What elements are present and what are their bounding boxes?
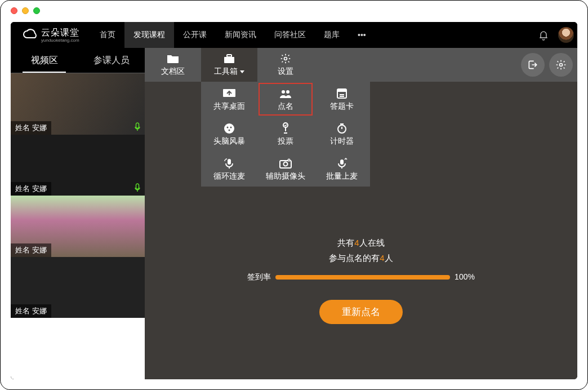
tab-video-area[interactable]: 视频区 bbox=[11, 48, 78, 73]
screen-share-icon bbox=[222, 87, 236, 100]
mic-loop-icon bbox=[224, 157, 235, 170]
svg-point-3 bbox=[560, 64, 563, 67]
gear-icon bbox=[555, 59, 567, 70]
main-toolbar: 文档区 工具箱 设置 bbox=[145, 48, 577, 82]
chevron-down-icon bbox=[240, 70, 244, 73]
video-name-tag: 姓名 安娜 bbox=[11, 243, 51, 257]
signin-rate-label: 签到率 bbox=[247, 270, 271, 284]
app-window: 云朵课堂 yunduoketang.com 首页 发现课程 公开课 新闻资讯 问… bbox=[0, 0, 588, 390]
svg-point-6 bbox=[286, 90, 289, 94]
avatar-image bbox=[558, 27, 574, 43]
exit-button[interactable] bbox=[521, 53, 545, 77]
toolbox-icon bbox=[223, 53, 235, 64]
vote-icon bbox=[280, 122, 291, 135]
nav-home[interactable]: 首页 bbox=[91, 22, 124, 48]
svg-point-10 bbox=[227, 126, 229, 128]
toolbar-toolbox-label: 工具箱 bbox=[214, 67, 244, 77]
brand-logo[interactable]: 云朵课堂 yunduoketang.com bbox=[11, 27, 91, 43]
close-dot[interactable] bbox=[11, 7, 17, 14]
bell-icon bbox=[538, 29, 549, 41]
participate-count: 4 bbox=[380, 253, 384, 263]
svg-rect-19 bbox=[340, 159, 344, 165]
side-tabs: 视频区 参课人员 bbox=[11, 48, 145, 73]
svg-rect-15 bbox=[228, 159, 231, 165]
tool-loop-mic[interactable]: 循环连麦 bbox=[201, 152, 257, 187]
top-nav: 云朵课堂 yunduoketang.com 首页 发现课程 公开课 新闻资讯 问… bbox=[11, 22, 577, 48]
settings-round-button[interactable] bbox=[549, 53, 573, 77]
rollcall-status: 共有4人在线 参与点名的有4人 签到率 100% 重新点名 bbox=[145, 235, 577, 324]
video-tile[interactable]: 姓名 安娜 bbox=[11, 196, 145, 257]
svg-point-17 bbox=[284, 162, 288, 166]
video-tile[interactable]: 姓名 安娜 bbox=[11, 135, 145, 196]
svg-rect-8 bbox=[337, 89, 346, 92]
participate-line: 参与点名的有4人 bbox=[145, 250, 577, 265]
brand-sub: yunduoketang.com bbox=[41, 38, 79, 43]
mic-up-icon bbox=[336, 157, 348, 170]
toolbar-settings-label: 设置 bbox=[278, 67, 293, 77]
answer-card-icon bbox=[336, 87, 348, 100]
nav-open-courses[interactable]: 公开课 bbox=[174, 22, 216, 48]
tool-share-desktop[interactable]: 共享桌面 bbox=[201, 82, 257, 117]
side-panel: 视频区 参课人员 姓名 安娜 姓名 安娜 姓名 安娜 姓名 安娜 bbox=[11, 48, 145, 379]
svg-point-11 bbox=[230, 126, 232, 128]
maximize-dot[interactable] bbox=[33, 7, 40, 14]
svg-point-12 bbox=[229, 129, 230, 131]
video-tile-empty bbox=[11, 318, 145, 379]
toolbar-doc-area[interactable]: 文档区 bbox=[145, 48, 201, 82]
minimize-dot[interactable] bbox=[22, 7, 29, 14]
video-tile[interactable]: 姓名 安娜 bbox=[11, 257, 145, 318]
tool-batch-mic[interactable]: 批量上麦 bbox=[314, 152, 370, 187]
tool-brainstorm[interactable]: 头脑风暴 bbox=[201, 117, 257, 152]
tool-roll-call[interactable]: 点名 bbox=[257, 82, 314, 117]
video-name-tag: 姓名 安娜 bbox=[11, 182, 51, 196]
toolbar-toolbox[interactable]: 工具箱 bbox=[201, 48, 257, 82]
people-icon bbox=[279, 87, 292, 100]
notifications-button[interactable] bbox=[532, 22, 555, 48]
main-panel: 文档区 工具箱 设置 共享桌面 点名 bbox=[145, 48, 577, 379]
toolbar-doc-label: 文档区 bbox=[161, 67, 185, 77]
nav-news[interactable]: 新闻资讯 bbox=[216, 22, 265, 48]
online-count: 4 bbox=[354, 238, 359, 247]
nav-discover-courses[interactable]: 发现课程 bbox=[124, 22, 174, 48]
brainstorm-icon bbox=[224, 122, 235, 135]
signin-rate-percent: 100% bbox=[455, 270, 475, 284]
exit-icon bbox=[527, 59, 538, 70]
app-body: 视频区 参课人员 姓名 安娜 姓名 安娜 姓名 安娜 姓名 安娜 文档区 bbox=[11, 48, 577, 379]
tool-timer[interactable]: 计时器 bbox=[314, 117, 370, 152]
video-list: 姓名 安娜 姓名 安娜 姓名 安娜 姓名 安娜 bbox=[11, 73, 145, 379]
brand-name: 云朵课堂 bbox=[41, 27, 79, 39]
tool-vote[interactable]: 投票 bbox=[257, 117, 314, 152]
toolbar-settings[interactable]: 设置 bbox=[257, 48, 314, 82]
re-rollcall-button[interactable]: 重新点名 bbox=[319, 300, 403, 324]
mic-on-icon bbox=[133, 183, 141, 192]
camera-plus-icon bbox=[279, 157, 292, 170]
svg-point-9 bbox=[224, 123, 234, 134]
tool-answer-card[interactable]: 答题卡 bbox=[314, 82, 370, 117]
signin-rate-bar bbox=[275, 275, 450, 280]
video-name-tag: 姓名 安娜 bbox=[11, 304, 51, 318]
mac-traffic-lights bbox=[11, 7, 40, 14]
nav-question-bank[interactable]: 题库 bbox=[315, 22, 349, 48]
mic-on-icon bbox=[133, 122, 141, 131]
signin-rate-row: 签到率 100% bbox=[145, 270, 577, 284]
tool-aux-camera[interactable]: 辅助摄像头 bbox=[257, 152, 314, 187]
svg-point-5 bbox=[282, 90, 285, 94]
online-line: 共有4人在线 bbox=[145, 235, 577, 250]
timer-icon bbox=[336, 122, 348, 135]
folder-icon bbox=[167, 53, 179, 64]
video-name-tag: 姓名 安娜 bbox=[11, 121, 51, 135]
nav-qa-community[interactable]: 问答社区 bbox=[265, 22, 315, 48]
gear-icon bbox=[280, 53, 291, 64]
svg-point-2 bbox=[284, 57, 287, 60]
nav-more[interactable]: ••• bbox=[349, 22, 375, 48]
svg-rect-1 bbox=[227, 55, 231, 57]
app-inner: 云朵课堂 yunduoketang.com 首页 发现课程 公开课 新闻资讯 问… bbox=[11, 22, 577, 379]
svg-rect-0 bbox=[224, 57, 234, 63]
video-tile[interactable]: 姓名 安娜 bbox=[11, 73, 145, 135]
tab-participants[interactable]: 参课人员 bbox=[78, 48, 145, 73]
toolbox-dropdown: 共享桌面 点名 答题卡 头脑风暴 投票 计时器 循环连麦 辅助摄像头 批量上麦 bbox=[201, 82, 370, 187]
cloud-icon bbox=[22, 29, 38, 41]
user-avatar[interactable] bbox=[555, 22, 577, 48]
